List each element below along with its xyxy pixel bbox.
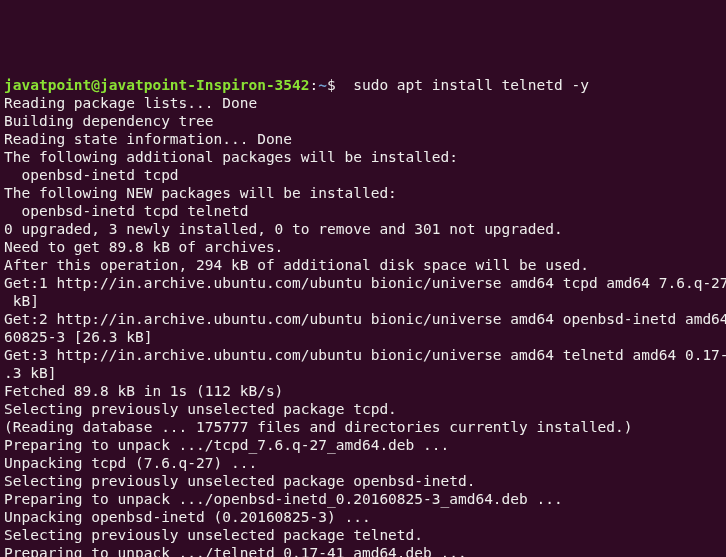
output-line: Need to get 89.8 kB of archives. [4, 238, 722, 256]
command-line: javatpoint@javatpoint-Inspiron-3542:~$ s… [4, 76, 722, 94]
output-line: .3 kB] [4, 364, 722, 382]
output-line: Fetched 89.8 kB in 1s (112 kB/s) [4, 382, 722, 400]
output-line: The following NEW packages will be insta… [4, 184, 722, 202]
output-line: Get:2 http://in.archive.ubuntu.com/ubunt… [4, 310, 722, 328]
output-line: The following additional packages will b… [4, 148, 722, 166]
output-line: 60825-3 [26.3 kB] [4, 328, 722, 346]
output-line: Preparing to unpack .../telnetd_0.17-41_… [4, 544, 722, 557]
output-line: Selecting previously unselected package … [4, 400, 722, 418]
output-line: Selecting previously unselected package … [4, 472, 722, 490]
prompt-user-host: javatpoint@javatpoint-Inspiron-3542 [4, 77, 310, 93]
output-line: kB] [4, 292, 722, 310]
prompt-path: ~ [318, 77, 327, 93]
output-line: Unpacking openbsd-inetd (0.20160825-3) .… [4, 508, 722, 526]
output-line: Get:1 http://in.archive.ubuntu.com/ubunt… [4, 274, 722, 292]
output-line: (Reading database ... 175777 files and d… [4, 418, 722, 436]
output-line: Preparing to unpack .../tcpd_7.6.q-27_am… [4, 436, 722, 454]
output-line: Selecting previously unselected package … [4, 526, 722, 544]
terminal-output[interactable]: javatpoint@javatpoint-Inspiron-3542:~$ s… [4, 76, 722, 557]
output-line: Building dependency tree [4, 112, 722, 130]
output-line: Get:3 http://in.archive.ubuntu.com/ubunt… [4, 346, 722, 364]
command-text: sudo apt install telnetd -y [353, 77, 589, 93]
prompt-dollar: $ [327, 77, 353, 93]
output-line: Preparing to unpack .../openbsd-inetd_0.… [4, 490, 722, 508]
output-line: openbsd-inetd tcpd [4, 166, 722, 184]
output-lines-container: Reading package lists... DoneBuilding de… [4, 94, 722, 557]
prompt-colon: : [310, 77, 319, 93]
output-line: Reading package lists... Done [4, 94, 722, 112]
output-line: After this operation, 294 kB of addition… [4, 256, 722, 274]
output-line: 0 upgraded, 3 newly installed, 0 to remo… [4, 220, 722, 238]
output-line: openbsd-inetd tcpd telnetd [4, 202, 722, 220]
output-line: Unpacking tcpd (7.6.q-27) ... [4, 454, 722, 472]
output-line: Reading state information... Done [4, 130, 722, 148]
